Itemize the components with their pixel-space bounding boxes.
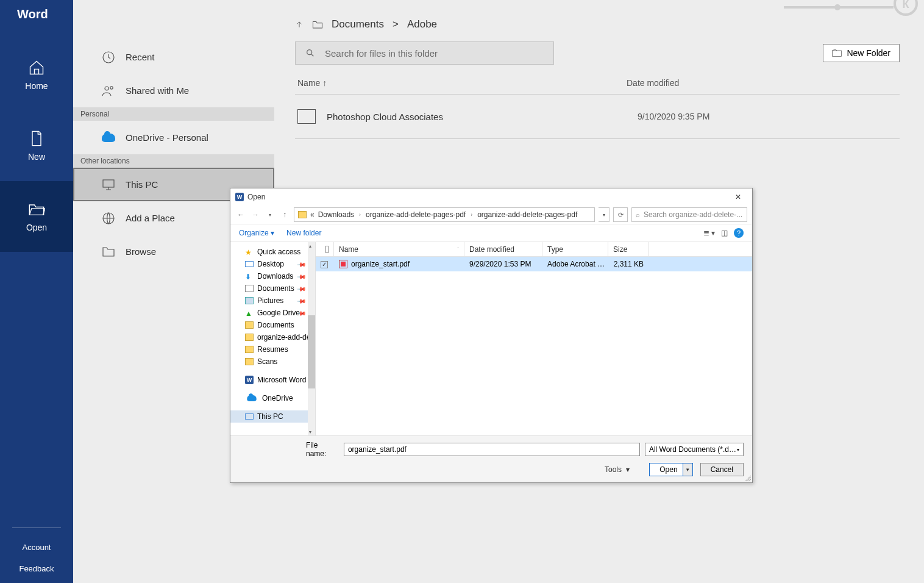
path-ellipsis: «: [310, 210, 315, 219]
help-button[interactable]: ?: [734, 228, 744, 238]
address-dropdown[interactable]: ▾: [599, 207, 609, 222]
col-date[interactable]: Date modified: [627, 78, 897, 88]
folder-icon: [298, 211, 307, 218]
file-date: 9/29/2020 1:53 PM: [464, 260, 542, 268]
crumb-adobe[interactable]: Adobe: [407, 18, 437, 30]
preview-pane-button[interactable]: ◫: [721, 229, 728, 237]
back-button[interactable]: ←: [235, 210, 246, 219]
dialog-title: Open: [247, 193, 265, 201]
search-icon: [305, 48, 315, 58]
pc-icon: [101, 177, 116, 192]
up-button[interactable]: ↑: [279, 210, 290, 219]
search-input[interactable]: Search for files in this folder: [295, 41, 554, 65]
crumb-sep: >: [393, 18, 399, 30]
people-icon: [101, 84, 116, 98]
file-size: 2,311 KB: [608, 260, 649, 268]
tree-item[interactable]: Documents: [230, 319, 315, 331]
col-check[interactable]: [321, 242, 334, 256]
onedrive-icon: [101, 131, 116, 145]
nav-new[interactable]: New: [0, 110, 73, 181]
file-checkbox[interactable]: ✓: [321, 261, 328, 268]
location-recent-label: Recent: [126, 52, 155, 62]
clock-icon: [101, 50, 116, 65]
folder-row[interactable]: Photoshop Cloud Associates 9/10/2020 9:3…: [295, 95, 900, 138]
up-icon[interactable]: [295, 20, 304, 29]
category-other: Other locations: [73, 154, 274, 168]
tree-item[interactable]: Desktop📌: [230, 258, 315, 270]
crumb-documents[interactable]: Documents: [332, 18, 384, 30]
col-size[interactable]: Size: [608, 242, 649, 256]
filetype-filter[interactable]: All Word Documents (*.docx;*.d▾: [645, 443, 744, 456]
tree-item[interactable]: Documents📌: [230, 282, 315, 295]
search-icon: ⌕: [636, 211, 640, 218]
close-button[interactable]: ✕: [729, 193, 747, 201]
forward-button[interactable]: →: [250, 210, 261, 219]
tree-item[interactable]: Pictures📌: [230, 295, 315, 307]
scroll-up-icon[interactable]: ▴: [309, 243, 314, 248]
organize-menu[interactable]: Organize ▾: [239, 229, 274, 237]
location-onedrive-label: OneDrive - Personal: [126, 132, 208, 143]
view-mode-button[interactable]: ≣ ▾: [703, 229, 715, 237]
new-folder-button[interactable]: New Folder: [823, 44, 900, 62]
open-button[interactable]: Open▼: [649, 463, 692, 476]
scroll-down-icon[interactable]: ▾: [309, 429, 314, 434]
nav-new-label: New: [28, 152, 45, 162]
col-date[interactable]: Date modified: [464, 242, 542, 256]
file-list-header: Nameˆ Date modified Type Size: [316, 242, 752, 257]
filename-label: File name:: [306, 441, 339, 458]
category-personal: Personal: [73, 107, 274, 121]
nav-home-label: Home: [25, 81, 48, 91]
tree-item[interactable]: Resumes: [230, 343, 315, 356]
location-shared-label: Shared with Me: [126, 85, 189, 96]
breadcrumb: Documents > Adobe: [295, 18, 900, 30]
nav-tree: ★Quick accessDesktop📌⬇Downloads📌Document…: [230, 242, 316, 435]
file-row[interactable]: ✓ organize_start.pdf 9/29/2020 1:53 PM A…: [316, 257, 752, 271]
tree-item[interactable]: OneDrive: [230, 392, 315, 404]
folder-open-icon: [28, 201, 45, 218]
col-name[interactable]: Nameˆ: [334, 242, 464, 256]
tree-item[interactable]: ▲Google Drive📌: [230, 307, 315, 319]
search-placeholder: Search for files in this folder: [325, 48, 438, 59]
folder-icon: [101, 245, 116, 259]
col-name[interactable]: Name: [297, 78, 320, 88]
tree-item[interactable]: WMicrosoft Word: [230, 374, 315, 386]
tree-item[interactable]: Scans: [230, 356, 315, 368]
newfolder-icon: [832, 49, 842, 57]
tree-item[interactable]: organize-add-de: [230, 331, 315, 343]
separator: [12, 528, 61, 528]
location-thispc-label: This PC: [126, 179, 158, 190]
folder-name: Photoshop Cloud Associates: [327, 112, 638, 122]
nav-open[interactable]: Open: [0, 181, 73, 252]
nav-home[interactable]: Home: [0, 40, 73, 110]
address-bar[interactable]: « Downloads› organize-add-delete-pages-p…: [294, 207, 595, 222]
location-onedrive[interactable]: OneDrive - Personal: [73, 121, 274, 154]
folder-icon: [297, 109, 316, 124]
cancel-button[interactable]: Cancel: [700, 463, 744, 476]
dialog-search-input[interactable]: ⌕ Search organize-add-delete-...: [631, 207, 747, 222]
svg-rect-6: [833, 51, 842, 56]
nav-open-label: Open: [26, 223, 47, 232]
path-seg-2[interactable]: organize-add-delete-pages-pdf: [366, 210, 466, 219]
filename-input[interactable]: [344, 443, 640, 456]
location-recent[interactable]: Recent: [73, 40, 274, 74]
refresh-button[interactable]: ⟳: [613, 207, 628, 222]
path-seg-1[interactable]: Downloads: [318, 210, 354, 219]
open-dropdown[interactable]: ▼: [683, 463, 692, 476]
scrollbar-thumb[interactable]: [308, 315, 315, 388]
col-type[interactable]: Type: [542, 242, 608, 256]
tree-item[interactable]: This PC: [230, 410, 315, 423]
newfolder-button[interactable]: New folder: [286, 229, 321, 237]
file-type: Adobe Acrobat D...: [542, 260, 608, 268]
nav-feedback[interactable]: Feedback: [19, 564, 54, 573]
nav-account[interactable]: Account: [23, 543, 51, 552]
tools-menu[interactable]: Tools ▾: [605, 465, 630, 474]
location-shared[interactable]: Shared with Me: [73, 74, 274, 107]
tree-item[interactable]: ★Quick access: [230, 246, 315, 258]
sort-asc-icon: ↑: [322, 78, 327, 88]
tree-item[interactable]: ⬇Downloads📌: [230, 270, 315, 282]
resize-grip[interactable]: [744, 474, 751, 481]
path-seg-3[interactable]: organize-add-delete-pages-pdf: [477, 210, 577, 219]
location-addplace-label: Add a Place: [126, 213, 175, 223]
recent-dropdown[interactable]: ▾: [265, 212, 275, 218]
list-header: Name ↑ Date modified: [295, 78, 900, 94]
